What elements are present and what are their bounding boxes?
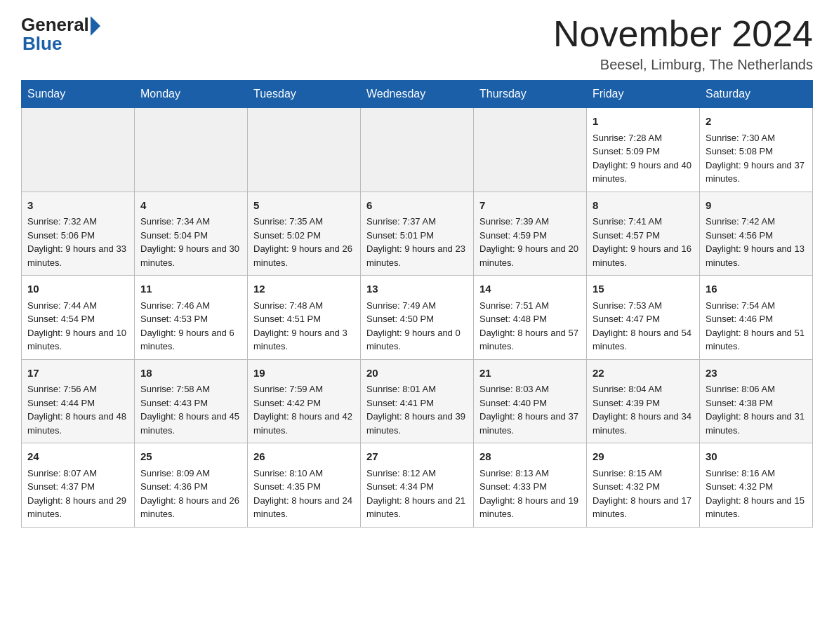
day-info: Sunset: 4:47 PM — [593, 312, 694, 326]
calendar-cell: 17Sunrise: 7:56 AMSunset: 4:44 PMDayligh… — [22, 359, 135, 443]
day-info: Sunset: 4:51 PM — [253, 312, 355, 326]
calendar-cell: 11Sunrise: 7:46 AMSunset: 4:53 PMDayligh… — [135, 276, 248, 360]
calendar-week-row: 10Sunrise: 7:44 AMSunset: 4:54 PMDayligh… — [22, 276, 813, 360]
day-info: Daylight: 8 hours and 42 minutes. — [253, 410, 355, 437]
calendar-cell: 18Sunrise: 7:58 AMSunset: 4:43 PMDayligh… — [135, 359, 248, 443]
day-info: Sunrise: 7:30 AM — [706, 131, 807, 145]
day-info: Daylight: 9 hours and 26 minutes. — [253, 242, 355, 269]
calendar-cell: 30Sunrise: 8:16 AMSunset: 4:32 PMDayligh… — [700, 443, 813, 528]
day-number: 15 — [593, 281, 694, 297]
day-of-week-header: Thursday — [474, 81, 587, 108]
day-info: Sunset: 4:36 PM — [140, 480, 241, 494]
day-info: Sunset: 4:41 PM — [366, 396, 468, 410]
day-info: Sunset: 5:02 PM — [253, 229, 355, 243]
calendar-cell: 5Sunrise: 7:35 AMSunset: 5:02 PMDaylight… — [248, 192, 361, 276]
day-number: 27 — [366, 449, 468, 465]
day-info: Sunset: 4:48 PM — [479, 312, 581, 326]
calendar-cell: 27Sunrise: 8:12 AMSunset: 4:34 PMDayligh… — [361, 443, 474, 528]
calendar-header-row: SundayMondayTuesdayWednesdayThursdayFrid… — [22, 81, 813, 108]
day-info: Sunrise: 7:35 AM — [253, 215, 355, 229]
calendar-cell: 24Sunrise: 8:07 AMSunset: 4:37 PMDayligh… — [22, 443, 135, 528]
day-number: 30 — [706, 449, 807, 465]
day-info: Sunrise: 8:04 AM — [593, 382, 694, 396]
day-info: Daylight: 9 hours and 6 minutes. — [140, 326, 241, 354]
calendar-week-row: 24Sunrise: 8:07 AMSunset: 4:37 PMDayligh… — [22, 443, 813, 528]
day-info: Sunset: 4:32 PM — [593, 480, 694, 494]
day-info: Sunrise: 8:07 AM — [27, 467, 128, 481]
logo-arrow-icon — [91, 16, 100, 36]
calendar-cell: 10Sunrise: 7:44 AMSunset: 4:54 PMDayligh… — [22, 276, 135, 360]
calendar-week-row: 1Sunrise: 7:28 AMSunset: 5:09 PMDaylight… — [22, 108, 813, 192]
day-info: Sunset: 4:42 PM — [253, 396, 355, 410]
day-info: Sunrise: 8:16 AM — [706, 467, 807, 481]
day-info: Sunset: 4:53 PM — [140, 312, 241, 326]
day-info: Daylight: 8 hours and 29 minutes. — [27, 494, 128, 521]
day-info: Sunrise: 7:49 AM — [366, 299, 468, 313]
day-info: Sunset: 4:40 PM — [479, 396, 581, 410]
page-header: General Blue November 2024 Beesel, Limbu… — [21, 14, 813, 73]
day-info: Sunrise: 8:12 AM — [366, 467, 468, 481]
day-number: 13 — [366, 281, 468, 297]
day-number: 18 — [140, 365, 241, 382]
calendar-cell — [22, 108, 135, 192]
day-info: Sunset: 4:39 PM — [593, 396, 694, 410]
day-info: Sunrise: 8:01 AM — [366, 382, 468, 396]
calendar-cell: 22Sunrise: 8:04 AMSunset: 4:39 PMDayligh… — [587, 359, 700, 443]
day-number: 20 — [366, 365, 468, 382]
day-info: Sunset: 4:37 PM — [27, 480, 128, 494]
day-info: Daylight: 8 hours and 39 minutes. — [366, 410, 468, 437]
calendar-cell: 26Sunrise: 8:10 AMSunset: 4:35 PMDayligh… — [248, 443, 361, 528]
day-number: 19 — [253, 365, 355, 382]
day-number: 23 — [706, 365, 807, 382]
day-info: Sunset: 4:46 PM — [706, 312, 807, 326]
calendar-cell: 16Sunrise: 7:54 AMSunset: 4:46 PMDayligh… — [700, 276, 813, 360]
day-info: Sunrise: 7:53 AM — [593, 299, 694, 313]
day-number: 22 — [593, 365, 694, 382]
day-number: 6 — [366, 198, 468, 214]
calendar-week-row: 3Sunrise: 7:32 AMSunset: 5:06 PMDaylight… — [22, 192, 813, 276]
day-info: Daylight: 9 hours and 10 minutes. — [27, 326, 128, 354]
day-info: Sunset: 4:54 PM — [27, 312, 128, 326]
day-info: Sunset: 4:35 PM — [253, 480, 355, 494]
day-info: Sunset: 5:08 PM — [706, 145, 807, 159]
day-info: Daylight: 8 hours and 19 minutes. — [479, 494, 581, 521]
day-number: 25 — [140, 449, 241, 465]
day-info: Daylight: 9 hours and 16 minutes. — [593, 242, 694, 269]
calendar-cell: 1Sunrise: 7:28 AMSunset: 5:09 PMDaylight… — [587, 108, 700, 192]
day-info: Daylight: 9 hours and 20 minutes. — [479, 242, 581, 269]
day-info: Sunrise: 7:46 AM — [140, 299, 241, 313]
calendar-cell: 2Sunrise: 7:30 AMSunset: 5:08 PMDaylight… — [700, 108, 813, 192]
day-info: Sunrise: 7:39 AM — [479, 215, 581, 229]
day-number: 8 — [593, 198, 694, 214]
day-info: Sunset: 4:44 PM — [27, 396, 128, 410]
day-info: Sunrise: 8:10 AM — [253, 467, 355, 481]
day-info: Sunrise: 7:59 AM — [253, 382, 355, 396]
day-of-week-header: Wednesday — [361, 81, 474, 108]
calendar-cell: 8Sunrise: 7:41 AMSunset: 4:57 PMDaylight… — [587, 192, 700, 276]
day-info: Sunrise: 7:58 AM — [140, 382, 241, 396]
day-info: Daylight: 8 hours and 15 minutes. — [706, 494, 807, 521]
day-info: Daylight: 8 hours and 51 minutes. — [706, 326, 807, 354]
day-number: 7 — [479, 198, 581, 214]
day-info: Daylight: 9 hours and 33 minutes. — [27, 242, 128, 269]
day-info: Daylight: 8 hours and 34 minutes. — [593, 410, 694, 437]
day-info: Sunrise: 7:37 AM — [366, 215, 468, 229]
location-subtitle: Beesel, Limburg, The Netherlands — [553, 57, 813, 73]
calendar-cell — [361, 108, 474, 192]
day-info: Daylight: 8 hours and 17 minutes. — [593, 494, 694, 521]
day-of-week-header: Tuesday — [248, 81, 361, 108]
day-info: Sunrise: 8:09 AM — [140, 467, 241, 481]
day-info: Sunrise: 7:51 AM — [479, 299, 581, 313]
day-of-week-header: Sunday — [22, 81, 135, 108]
day-info: Sunset: 4:56 PM — [706, 229, 807, 243]
day-number: 16 — [706, 281, 807, 297]
day-info: Sunrise: 7:48 AM — [253, 299, 355, 313]
day-info: Sunset: 5:04 PM — [140, 229, 241, 243]
day-info: Daylight: 8 hours and 54 minutes. — [593, 326, 694, 354]
logo: General Blue — [21, 14, 100, 55]
day-info: Sunset: 4:33 PM — [479, 480, 581, 494]
calendar-table: SundayMondayTuesdayWednesdayThursdayFrid… — [21, 80, 813, 528]
day-info: Daylight: 9 hours and 37 minutes. — [706, 159, 807, 186]
day-number: 12 — [253, 281, 355, 297]
day-info: Sunrise: 7:42 AM — [706, 215, 807, 229]
